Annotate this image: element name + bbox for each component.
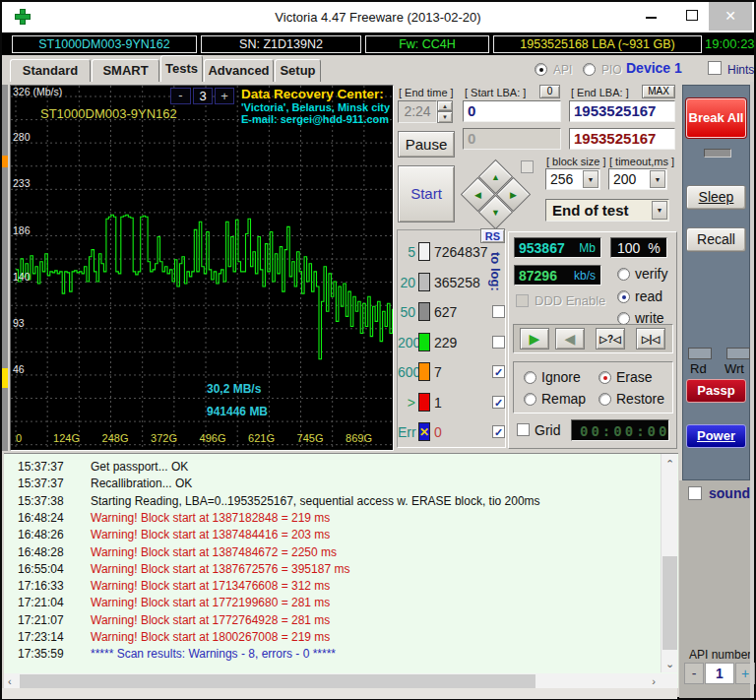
log-hscrollbar[interactable]: ‹ › xyxy=(4,673,677,689)
overlay-speed: 30,2 MB/s xyxy=(207,382,261,396)
scroll-down-arrow[interactable]: ⌄ xyxy=(662,658,678,670)
erase-radio[interactable] xyxy=(598,371,611,384)
end-lba-max-button[interactable]: MAX xyxy=(642,85,675,98)
log-message: Recallibration... OK xyxy=(91,477,642,490)
block-size-dropdown[interactable]: 256 ▼ xyxy=(545,168,600,190)
tab-standard[interactable]: Standard xyxy=(10,59,91,82)
end-action-dropdown[interactable]: End of test ▼ xyxy=(545,199,669,222)
banner-line2: 'Victoria', Belarus, Minsk city xyxy=(241,101,390,113)
counter-value: 7264837 xyxy=(434,244,488,260)
counter-log-checkbox[interactable]: ✓ xyxy=(492,365,505,378)
graph-x-tick: 0 xyxy=(16,432,26,444)
counter-log-checkbox[interactable]: ✓ xyxy=(492,425,505,438)
side-panel-lower: sound API number - 1 + xyxy=(679,480,750,698)
log-message: Warning! Block start at 1772764928 = 281… xyxy=(91,613,642,627)
break-all-button[interactable]: Break All xyxy=(686,98,746,138)
tab-advanced[interactable]: Advanced xyxy=(204,59,274,82)
sound-checkbox[interactable] xyxy=(688,486,702,500)
vscroll-thumb[interactable] xyxy=(662,556,677,650)
verify-radio[interactable] xyxy=(617,268,630,281)
drive-serial[interactable]: SN: Z1D139N2 xyxy=(201,35,361,53)
scroll-left-arrow[interactable]: ‹ xyxy=(8,675,12,687)
rewind-icon: ◀ xyxy=(565,331,576,347)
play-button[interactable]: ▶ xyxy=(520,328,549,350)
pio-radio-label: PIO xyxy=(601,63,622,77)
counter-row-200: 200229 xyxy=(398,333,507,354)
end-action-dropdown-arrow[interactable]: ▼ xyxy=(652,201,667,220)
graph-x-tick: 621G xyxy=(245,432,279,444)
sound-checkbox-label: sound xyxy=(709,485,750,501)
scroll-up-arrow[interactable]: ⌃ xyxy=(662,458,678,471)
sleep-button[interactable]: Sleep xyxy=(686,185,746,210)
counter-log-checkbox[interactable] xyxy=(492,305,505,318)
counter-log-checkbox[interactable]: ✓ xyxy=(492,396,505,409)
recall-button[interactable]: Recall xyxy=(686,227,746,252)
drive-firmware[interactable]: Fw: CC4H xyxy=(365,35,489,53)
counter-log-checkbox[interactable] xyxy=(492,336,505,349)
power-button[interactable]: Power xyxy=(686,424,746,448)
passp-button[interactable]: Passp xyxy=(686,379,746,403)
timeout-dropdown[interactable]: 200 ▼ xyxy=(608,168,667,190)
drive-capacity[interactable]: 1953525168 LBA (~931 GB) xyxy=(493,35,702,53)
api-radio[interactable] xyxy=(535,63,547,76)
banner-line3: E-mail: sergei@hdd-911.com xyxy=(241,113,389,125)
api-number-minus[interactable]: - xyxy=(684,663,704,684)
scan-question-button[interactable]: ▷?◁ xyxy=(596,328,625,350)
log-time: 15:37:37 xyxy=(18,477,64,490)
block-size-dropdown-arrow[interactable]: ▼ xyxy=(583,170,598,188)
tab-smart[interactable]: SMART xyxy=(92,59,159,82)
start-lba-zero-button[interactable]: 0 xyxy=(539,85,560,98)
grid-checkbox[interactable] xyxy=(517,423,530,436)
graph-zoom-plus[interactable]: + xyxy=(215,88,234,104)
restore-radio[interactable] xyxy=(598,393,611,406)
log-vscrollbar[interactable]: ⌃ ⌄ xyxy=(661,454,677,672)
hints-checkbox[interactable] xyxy=(708,61,722,75)
rs-button[interactable]: RS xyxy=(480,228,505,243)
end-time-spin-up[interactable]: ▲ xyxy=(437,100,453,111)
read-radio[interactable] xyxy=(617,290,630,303)
tab-setup[interactable]: Setup xyxy=(275,59,321,82)
end-time-spinbox[interactable]: 2:24 xyxy=(398,100,437,123)
tab-tests[interactable]: Tests xyxy=(160,55,203,82)
close-button[interactable]: ✕ xyxy=(709,2,752,31)
counter-row->: >1✓ xyxy=(398,393,507,414)
restore-radio-label: Restore xyxy=(616,391,664,407)
window-right-edge-lower xyxy=(750,453,754,698)
remap-radio[interactable] xyxy=(524,393,536,406)
hints-checkbox-label: Hints xyxy=(727,63,754,77)
scroll-right-arrow[interactable]: › xyxy=(652,675,656,687)
speed-graph[interactable]: 326 (Mb/s)2802331861409346 0124G248G372G… xyxy=(10,85,394,451)
scan-end-button[interactable]: ▷|◁ xyxy=(636,328,665,350)
counter-label: 20 xyxy=(398,275,415,290)
ddd-enable-label: DDD Enable xyxy=(535,293,605,308)
graph-y-tick: 46 xyxy=(13,363,25,375)
pause-button[interactable]: Pause xyxy=(398,131,455,158)
defect-action-panel: IgnoreEraseRemapRestore xyxy=(513,361,673,414)
hscroll-thumb[interactable] xyxy=(20,674,536,688)
counter-value: 229 xyxy=(434,335,457,350)
log-time: 17:23:14 xyxy=(18,630,64,644)
minimize-button[interactable] xyxy=(637,2,666,31)
graph-y-tick: 233 xyxy=(13,177,31,189)
end-time-spin-down[interactable]: ▼ xyxy=(437,111,453,123)
read-radio-label: read xyxy=(635,288,662,304)
start-lba-input[interactable]: 0 xyxy=(463,100,561,122)
play-icon: ▶ xyxy=(530,331,540,347)
maximize-button[interactable] xyxy=(677,2,707,31)
graph-zoom-minus[interactable]: - xyxy=(170,88,191,104)
timeout-dropdown-arrow[interactable]: ▼ xyxy=(650,170,665,188)
down-arrow-icon: ▼ xyxy=(484,201,507,223)
counter-color-swatch xyxy=(418,393,430,412)
rewind-button[interactable]: ◀ xyxy=(555,328,585,350)
log-time: 15:37:38 xyxy=(18,494,64,508)
end-lba-input[interactable]: 1953525167 xyxy=(569,100,675,122)
clock: 19:00:23 xyxy=(705,36,755,51)
current-lba-display: 0 xyxy=(463,128,561,150)
pio-radio[interactable] xyxy=(583,63,596,76)
end-time-label: [ End time ] xyxy=(399,87,454,98)
log-message: Get passport... OK xyxy=(91,460,642,474)
start-button[interactable]: Start xyxy=(398,165,455,223)
drive-model[interactable]: ST1000DM003-9YN162 xyxy=(12,35,197,53)
log-message: Warning! Block start at 1713476608 = 312… xyxy=(91,579,642,593)
ignore-radio[interactable] xyxy=(524,371,536,384)
